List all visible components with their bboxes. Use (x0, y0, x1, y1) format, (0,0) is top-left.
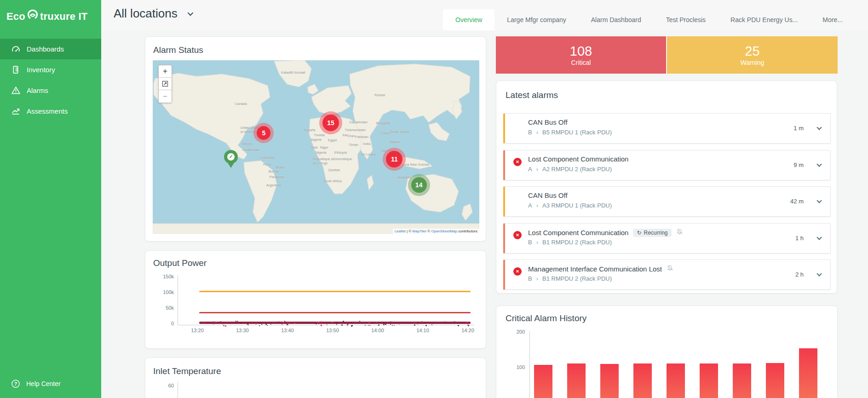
chevron-down-icon (187, 10, 193, 16)
scatter-dot (390, 324, 391, 325)
map-country-label: Kazakhstan (350, 120, 368, 124)
tab-alarm-dashboard[interactable]: Alarm Dashboard (579, 9, 654, 30)
map-country-label: Colombia (260, 156, 275, 160)
warning-icon: ! (513, 121, 522, 129)
tab-large-mfgr-company[interactable]: Large Mfgr company (494, 9, 578, 30)
map-country-label: Egypt (328, 138, 337, 142)
dashboard-tabs: Overview Large Mfgr company Alarm Dashbo… (443, 9, 855, 30)
zoom-in-button[interactable]: + (159, 65, 172, 78)
sidebar-item-label: Dashboards (27, 45, 64, 53)
output-power-chart: 150k100k50k013:2013:3013:4013:5014:0014:… (145, 251, 486, 348)
history-bar[interactable] (667, 363, 685, 398)
alarm-age: 42 m (790, 198, 804, 205)
scatter-dot (385, 323, 386, 325)
y-axis-tick: 100k (146, 289, 174, 295)
chevron-down-icon[interactable] (816, 271, 822, 276)
map-country-label: Guatemala (242, 148, 259, 152)
map-cluster-critical[interactable]: 15 (319, 111, 342, 134)
alarm-title: Management Interface Communication Lost (528, 265, 662, 273)
y-axis-tick: 150k (146, 274, 174, 279)
sidebar-item-alarms[interactable]: Alarms (0, 80, 101, 101)
map-country-label: Brasil (276, 165, 285, 169)
map-country-label: España (304, 127, 315, 132)
alarm-device: A2 RMPDU 2 (Rack PDU) (542, 166, 612, 173)
critical-count-badge[interactable]: 108 Critical (496, 36, 666, 74)
maptiler-link[interactable]: MapTiler (412, 229, 426, 233)
pin-head: ✓ (224, 150, 238, 164)
attribution-text: | © (406, 229, 413, 233)
y-axis-tick: 0 (146, 321, 174, 326)
alarm-location: B (528, 275, 532, 282)
osm-link[interactable]: OpenStreetMap (431, 229, 457, 233)
world-map[interactable]: + − Leaflet | © MapTiler © OpenStreetMap… (153, 60, 479, 234)
zoom-out-button[interactable]: − (159, 90, 172, 103)
map-country-label: India (363, 141, 370, 145)
fullscreen-button[interactable] (159, 78, 172, 90)
cluster-count: 5 (257, 126, 270, 140)
map-country-label: Perú (264, 162, 271, 167)
sidebar-item-assessments[interactable]: Assessments (0, 101, 101, 121)
alarm-row[interactable]: ✕ Lost Component Communication ↻Recurrin… (503, 223, 831, 254)
sidebar-item-label: Alarms (27, 87, 48, 94)
alarm-device: B5 RMPDU 1 (Rack PDU) (542, 129, 612, 136)
leaflet-link[interactable]: Leaflet (395, 229, 406, 233)
map-country-label: Pakistan (355, 134, 368, 138)
history-bar[interactable] (700, 363, 718, 398)
x-axis-tick: 13:50 (319, 328, 346, 333)
scatter-dot (336, 324, 337, 325)
scatter-dot (351, 325, 352, 327)
expand-icon (162, 81, 168, 87)
map-country-label: Niger (320, 145, 328, 149)
map-pin-ok[interactable]: ✓ (224, 150, 238, 168)
inventory-icon (11, 65, 21, 75)
alarm-row[interactable]: ✕ Management Interface Communication Los… (503, 260, 831, 290)
alarm-row[interactable]: ! CAN Bus Off A›A3 RMPDU 1 (Rack PDU) 42… (503, 186, 831, 217)
chevron-down-icon[interactable] (816, 125, 822, 130)
tab-more[interactable]: More... (810, 9, 855, 30)
sidebar-item-help-center[interactable]: ? Help Center (0, 379, 61, 389)
bell-muted-icon (667, 265, 673, 273)
series-line-upper-flat-line (199, 291, 471, 292)
map-country-label: México (242, 141, 253, 145)
scatter-dot (427, 323, 428, 324)
map-country-label: Mongolia (376, 121, 390, 125)
scatter-dot (466, 322, 468, 323)
alarm-triangle-icon (11, 86, 21, 96)
alarm-row[interactable]: ! CAN Bus Off B›B5 RMPDU 1 (Rack PDU) 1 … (503, 113, 831, 144)
breadcrumb-separator: › (536, 275, 538, 282)
alarm-status-card: Alarm Status + − (145, 36, 486, 242)
sidebar-item-inventory[interactable]: Inventory (0, 59, 101, 80)
history-bar[interactable] (534, 365, 552, 398)
history-bar[interactable] (633, 363, 652, 398)
logo-text-truxure: truxure IT (40, 11, 87, 23)
history-bar[interactable] (766, 363, 784, 398)
scatter-dot (213, 323, 214, 324)
map-country-label: Algeria (310, 137, 321, 141)
map-cluster-critical[interactable]: 5 (253, 123, 274, 143)
map-country-label: Iraq (342, 133, 348, 137)
warning-count-badge[interactable]: 25 Warning (667, 36, 838, 74)
map-cluster-ok[interactable]: 14 (408, 174, 430, 196)
attribution-text: © (426, 229, 431, 233)
tab-test-proclesis[interactable]: Test Proclesis (654, 9, 718, 30)
chevron-down-icon[interactable] (816, 198, 822, 203)
chevron-down-icon[interactable] (816, 235, 822, 240)
inlet-temperature-card: Inlet Temperature 60 (145, 358, 486, 398)
history-bar[interactable] (733, 363, 751, 398)
scatter-dot (332, 322, 333, 323)
history-bar[interactable] (600, 364, 619, 398)
tab-rack-pdu-energy[interactable]: Rack PDU Energy Us... (718, 9, 810, 30)
map-attribution: Leaflet | © MapTiler © OpenStreetMap con… (393, 229, 479, 234)
map-cluster-critical[interactable]: 11 (383, 148, 406, 171)
chevron-down-icon[interactable] (816, 162, 822, 167)
tab-overview[interactable]: Overview (443, 9, 494, 30)
history-bar[interactable] (567, 363, 586, 398)
warning-icon: ! (513, 194, 522, 202)
location-selector[interactable]: All locations (114, 6, 192, 21)
history-bar[interactable] (799, 348, 817, 398)
output-power-card: Output Power 150k100k50k013:2013:3013:40… (145, 250, 486, 349)
sidebar-item-dashboards[interactable]: Dashboards (0, 39, 101, 59)
alarm-row[interactable]: ✕ Lost Component Communication A›A2 RMPD… (503, 150, 831, 180)
scatter-dot (380, 322, 381, 323)
y-axis-tick: 50k (146, 305, 174, 311)
